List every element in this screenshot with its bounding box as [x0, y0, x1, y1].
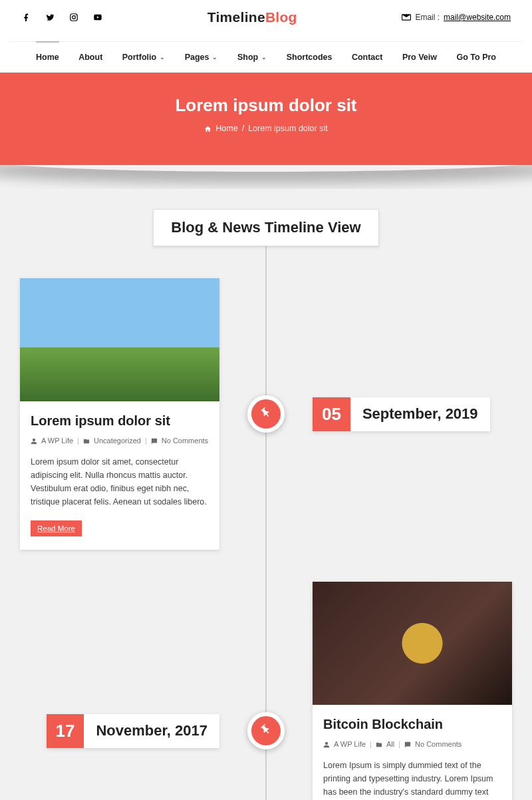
post-category[interactable]: All	[386, 740, 394, 748]
post-excerpt: Lorem Ipsum is simply dummied text of th…	[323, 759, 501, 800]
section-title: Blog & News Timeline View	[153, 209, 378, 246]
folder-icon	[376, 740, 382, 748]
post-author[interactable]: A WP Life	[334, 740, 366, 748]
facebook-icon[interactable]	[21, 13, 31, 22]
post-author[interactable]: A WP Life	[41, 437, 73, 445]
nav-item-about[interactable]: About	[78, 53, 102, 62]
comment-icon	[151, 437, 158, 445]
logo-text-b: Blog	[265, 9, 297, 25]
date-month-year: September, 2019	[350, 397, 490, 431]
date-day: 05	[313, 397, 350, 431]
timeline-node	[247, 395, 285, 433]
home-icon	[204, 125, 211, 132]
nav-label: Pages	[185, 53, 209, 62]
instagram-icon[interactable]	[69, 13, 78, 22]
nav-item-shortcodes[interactable]: Shortcodes	[287, 53, 332, 62]
page-hero: Lorem ipsum dolor sit Home / Lorem ipsum…	[0, 73, 532, 165]
nav-label: Shortcodes	[287, 53, 332, 62]
chevron-down-icon: ⌄	[261, 54, 267, 61]
chevron-down-icon: ⌄	[160, 54, 165, 61]
timeline-row: Lorem ipsum dolor sit A WP Life | Uncate…	[0, 278, 532, 550]
post-meta: A WP Life | All | No Comments	[323, 740, 501, 748]
hero-shadow-decor	[0, 165, 532, 189]
svg-point-1	[72, 16, 76, 19]
post-title[interactable]: Lorem ipsum dolor sit	[31, 413, 209, 429]
page-title: Lorem ipsum dolor sit	[0, 95, 532, 116]
logo-text-a: Timeline	[207, 9, 265, 25]
nav-item-home[interactable]: Home	[36, 53, 59, 62]
date-chip: 17 November, 2017	[47, 714, 219, 748]
timeline-row: 17 November, 2017 Bitcoin Blockchain A W…	[0, 582, 532, 800]
post-image[interactable]	[20, 278, 219, 401]
nav-label: Contact	[352, 53, 383, 62]
email-link[interactable]: mail@website.com	[444, 13, 511, 22]
svg-rect-0	[70, 14, 78, 21]
nav-item-pro-veiw[interactable]: Pro Veiw	[402, 53, 437, 62]
header-contact: Email : mail@website.com	[402, 13, 511, 22]
pin-icon	[260, 723, 272, 738]
chevron-down-icon: ⌄	[212, 54, 217, 61]
date-day: 17	[47, 714, 84, 748]
nav-item-pages[interactable]: Pages⌄	[185, 53, 218, 62]
svg-point-2	[76, 15, 76, 15]
post-title[interactable]: Bitcoin Blockchain	[323, 717, 501, 732]
post-comments[interactable]: No Comments	[415, 740, 462, 748]
read-more-button[interactable]: Read More	[31, 520, 82, 536]
user-icon	[323, 740, 330, 748]
breadcrumb: Home / Lorem ipsum dolor sit	[0, 124, 532, 133]
email-label: Email :	[415, 13, 440, 22]
comment-icon	[404, 740, 411, 748]
nav-item-go-to-pro[interactable]: Go To Pro	[456, 53, 496, 62]
post-card: Bitcoin Blockchain A WP Life | All | No …	[313, 582, 512, 800]
site-logo[interactable]: TimelineBlog	[207, 9, 297, 25]
envelope-icon	[402, 14, 411, 21]
nav-label: Home	[36, 53, 59, 62]
post-card: Lorem ipsum dolor sit A WP Life | Uncate…	[20, 278, 219, 550]
main-nav: HomeAboutPortfolio⌄Pages⌄Shop⌄Shortcodes…	[9, 42, 523, 73]
pin-icon	[260, 407, 272, 421]
timeline-node	[247, 712, 285, 749]
nav-label: Go To Pro	[456, 53, 496, 62]
date-chip: 05 September, 2019	[313, 397, 490, 431]
twitter-icon[interactable]	[45, 13, 55, 22]
nav-item-contact[interactable]: Contact	[352, 53, 383, 62]
post-excerpt: Lorem ipsum dolor sit amet, consectetur …	[31, 455, 209, 508]
nav-item-shop[interactable]: Shop⌄	[237, 53, 267, 62]
social-links	[21, 13, 102, 22]
user-icon	[31, 437, 37, 445]
nav-label: Pro Veiw	[402, 53, 437, 62]
post-image[interactable]	[313, 582, 512, 705]
folder-icon	[83, 437, 90, 445]
nav-label: Portfolio	[122, 53, 156, 62]
nav-item-portfolio[interactable]: Portfolio⌄	[122, 53, 165, 62]
date-month-year: November, 2017	[84, 714, 219, 748]
youtube-icon[interactable]	[93, 13, 102, 22]
nav-label: Shop	[237, 53, 258, 62]
breadcrumb-home[interactable]: Home	[215, 124, 237, 133]
nav-label: About	[78, 53, 102, 62]
post-category[interactable]: Uncategorized	[94, 437, 141, 445]
post-meta: A WP Life | Uncategorized | No Comments	[31, 437, 209, 445]
breadcrumb-current: Lorem ipsum dolor sit	[248, 124, 328, 133]
post-comments[interactable]: No Comments	[162, 437, 208, 445]
